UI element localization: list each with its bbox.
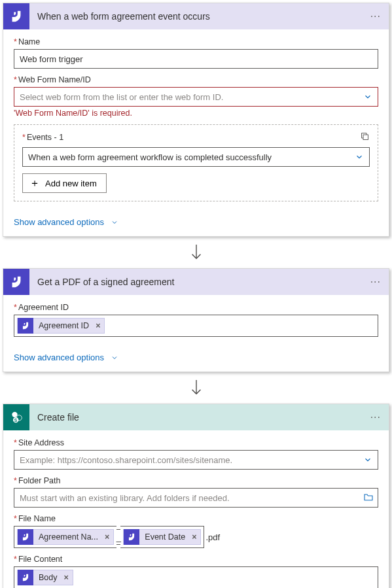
chevron-down-icon xyxy=(111,354,118,362)
duplicate-icon[interactable] xyxy=(360,131,370,143)
token-agreement-id[interactable]: Agreement ID × xyxy=(17,318,105,334)
file-suffix-text: .pdf xyxy=(204,532,220,542)
folder-picker-icon[interactable] xyxy=(363,492,374,504)
action-pdf-title: Get a PDF of a signed agreement xyxy=(29,277,363,287)
trigger-body: Name Web Form Name/ID Select web form fr… xyxy=(3,29,389,211)
more-menu-icon[interactable]: ··· xyxy=(363,411,389,423)
chevron-down-icon xyxy=(363,455,372,464)
flow-arrow-icon xyxy=(3,372,389,404)
webform-select[interactable]: Select web form from the list or enter t… xyxy=(14,87,378,107)
trigger-header[interactable]: When a web form agreement event occurs ·… xyxy=(3,3,389,29)
events-label: Events - 1 xyxy=(22,133,63,142)
adobe-icon xyxy=(18,318,33,334)
events-group: Events - 1 When a web form agreement wor… xyxy=(14,124,378,201)
file-name-input-2[interactable]: Event Date × xyxy=(120,526,204,548)
remove-token-icon[interactable]: × xyxy=(92,321,104,330)
action-pdf-header[interactable]: Get a PDF of a signed agreement ··· xyxy=(3,269,389,295)
adobe-icon xyxy=(124,529,139,545)
svg-rect-0 xyxy=(363,135,368,140)
add-item-label: Add new item xyxy=(45,179,97,188)
more-menu-icon[interactable]: ··· xyxy=(363,10,389,22)
webform-label: Web Form Name/ID xyxy=(14,75,378,84)
name-label: Name xyxy=(14,37,378,46)
adobe-icon xyxy=(3,269,29,295)
agreement-id-label: Agreement ID xyxy=(14,303,378,312)
action-pdf-card: Get a PDF of a signed agreement ··· Agre… xyxy=(3,268,389,372)
remove-token-icon[interactable]: × xyxy=(60,573,73,582)
site-address-placeholder: Example: https://contoso.sharepoint.com/… xyxy=(20,455,232,465)
events-select[interactable]: When a web form agreement workflow is co… xyxy=(22,147,370,167)
events-value: When a web form agreement workflow is co… xyxy=(28,152,272,162)
action-createfile-title: Create file xyxy=(29,412,363,423)
adobe-icon xyxy=(18,529,33,545)
file-name-label: File Name xyxy=(14,514,378,523)
adobe-icon xyxy=(3,3,29,29)
file-content-label: File Content xyxy=(14,555,378,564)
trigger-title: When a web form agreement event occurs xyxy=(29,11,363,22)
plus-icon: ＋ xyxy=(29,178,40,188)
chevron-down-icon xyxy=(111,218,118,226)
agreement-id-input[interactable]: Agreement ID × xyxy=(14,315,378,337)
webform-error: 'Web Form Name/ID' is required. xyxy=(14,109,378,118)
show-advanced-link[interactable]: Show advanced options xyxy=(3,211,389,236)
name-input[interactable] xyxy=(14,49,378,69)
action-createfile-card: S Create file ··· Site Address Example: … xyxy=(3,404,389,588)
file-name-input[interactable]: Agreement Na... × xyxy=(14,526,116,548)
token-event-date[interactable]: Event Date × xyxy=(123,529,201,545)
token-agreement-name[interactable]: Agreement Na... × xyxy=(17,529,114,545)
site-address-select[interactable]: Example: https://contoso.sharepoint.com/… xyxy=(14,450,378,470)
folder-path-placeholder: Must start with an existing library. Add… xyxy=(20,493,230,503)
chevron-down-icon xyxy=(355,152,364,162)
token-body[interactable]: Body × xyxy=(17,570,73,585)
remove-token-icon[interactable]: × xyxy=(188,532,200,542)
trigger-card: When a web form agreement event occurs ·… xyxy=(3,3,389,237)
site-address-label: Site Address xyxy=(14,438,378,447)
webform-placeholder: Select web form from the list or enter t… xyxy=(20,92,223,102)
folder-path-label: Folder Path xyxy=(14,476,378,485)
action-createfile-body: Site Address Example: https://contoso.sh… xyxy=(3,430,389,588)
folder-path-input[interactable]: Must start with an existing library. Add… xyxy=(14,488,378,508)
show-advanced-link[interactable]: Show advanced options xyxy=(3,346,389,372)
action-createfile-header[interactable]: S Create file ··· xyxy=(3,404,389,430)
adobe-icon xyxy=(18,570,33,585)
svg-text:S: S xyxy=(14,418,18,423)
add-new-item-button[interactable]: ＋ Add new item xyxy=(22,173,107,193)
chevron-down-icon xyxy=(363,92,372,101)
action-pdf-body: Agreement ID Agreement ID × xyxy=(3,295,389,346)
remove-token-icon[interactable]: × xyxy=(101,532,113,542)
sharepoint-icon: S xyxy=(3,404,29,430)
more-menu-icon[interactable]: ··· xyxy=(363,276,389,288)
flow-arrow-icon xyxy=(3,237,389,268)
file-content-input[interactable]: Body × xyxy=(14,566,378,588)
